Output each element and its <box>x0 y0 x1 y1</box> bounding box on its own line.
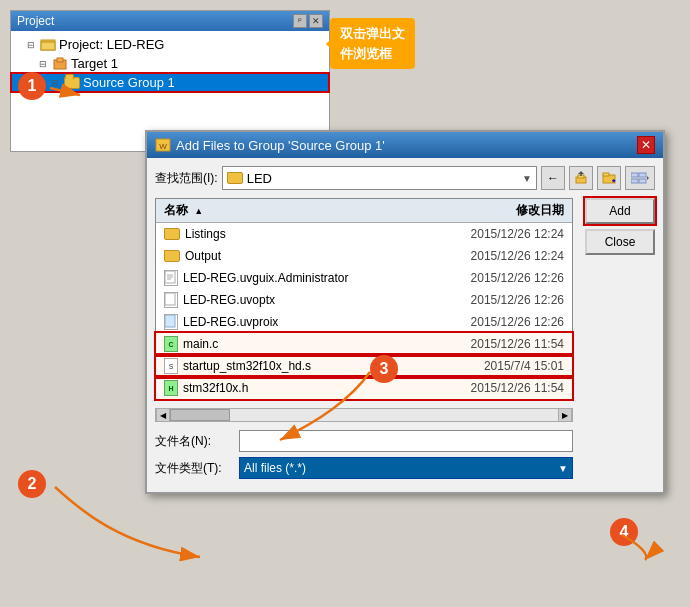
location-label: 查找范围(I): <box>155 170 218 187</box>
nav-up-btn[interactable] <box>569 166 593 190</box>
file-list-header: 名称 ▲ 修改日期 <box>156 199 572 223</box>
dialog-body: 查找范围(I): LED ▼ ← * <box>147 158 663 492</box>
file-row-startup[interactable]: S startup_stm32f10x_hd.s 2015/7/4 15:01 <box>156 355 572 377</box>
location-value: LED <box>247 171 272 186</box>
s-file-icon: S <box>164 358 178 374</box>
filetype-combo[interactable]: All files (*.*) ▼ <box>239 457 573 479</box>
project-node[interactable]: ⊟ Project: LED-REG <box>11 35 329 54</box>
location-row: 查找范围(I): LED ▼ ← * <box>155 166 655 190</box>
date-col-header[interactable]: 修改日期 <box>442 199 572 222</box>
svg-rect-14 <box>639 173 646 177</box>
panel-title-text: Project <box>17 14 54 28</box>
name-col-header[interactable]: 名称 ▲ <box>156 199 442 222</box>
filetype-label: 文件类型(T): <box>155 460 235 477</box>
expand-icon: ⊟ <box>39 59 49 69</box>
location-folder-icon <box>227 172 243 184</box>
badge-2: 2 <box>18 470 46 498</box>
filename-row: 文件名(N): <box>155 430 573 452</box>
file-icon <box>164 314 178 330</box>
nav-up-icon <box>574 171 588 185</box>
create-folder-icon: * <box>602 171 616 185</box>
panel-close-btn[interactable]: ✕ <box>309 14 323 28</box>
badge-1: 1 <box>18 72 46 100</box>
location-combo[interactable]: LED ▼ <box>222 166 537 190</box>
dialog-titlebar: W Add Files to Group 'Source Group 1' ✕ <box>147 132 663 158</box>
scroll-right-btn[interactable]: ▶ <box>558 408 572 422</box>
filename-label: 文件名(N): <box>155 433 235 450</box>
dialog-app-icon: W <box>155 137 171 153</box>
project-titlebar: Project ᵖ ✕ <box>11 11 329 31</box>
add-files-dialog: W Add Files to Group 'Source Group 1' ✕ … <box>145 130 665 494</box>
svg-rect-16 <box>639 179 646 183</box>
panel-controls: ᵖ ✕ <box>293 14 323 28</box>
file-list: 名称 ▲ 修改日期 Listings 2015/12/26 12 <box>155 198 573 400</box>
folder-icon <box>164 250 180 262</box>
scroll-track <box>170 409 558 421</box>
file-icon <box>164 292 178 308</box>
horizontal-scrollbar[interactable]: ◀ ▶ <box>155 408 573 422</box>
file-row-main-c[interactable]: C main.c 2015/12/26 11:54 <box>156 333 572 355</box>
svg-rect-23 <box>165 315 175 327</box>
source-group-name: Source Group 1 <box>83 75 175 90</box>
svg-rect-11 <box>603 173 609 176</box>
svg-marker-9 <box>578 171 584 174</box>
svg-rect-13 <box>631 173 638 177</box>
svg-text:W: W <box>159 142 167 151</box>
tooltip-line1: 双击弹出文 <box>340 26 405 41</box>
source-group-node[interactable]: ⊟ Source Group 1 <box>11 73 329 92</box>
file-icon <box>164 270 178 286</box>
file-row[interactable]: LED-REG.uvproix 2015/12/26 12:26 <box>156 311 572 333</box>
filename-input[interactable] <box>239 430 573 452</box>
folder-icon <box>164 228 180 240</box>
svg-rect-15 <box>631 179 638 183</box>
target-node[interactable]: ⊟ Target 1 <box>11 54 329 73</box>
svg-rect-22 <box>165 293 175 305</box>
view-options-btn[interactable] <box>625 166 655 190</box>
scroll-left-btn[interactable]: ◀ <box>156 408 170 422</box>
h-file-icon: H <box>164 380 178 396</box>
create-folder-btn[interactable]: * <box>597 166 621 190</box>
main-area: 名称 ▲ 修改日期 Listings 2015/12/26 12 <box>155 198 655 484</box>
tooltip-line2: 件浏览框 <box>340 46 392 61</box>
nav-back-btn[interactable]: ← <box>541 166 565 190</box>
dialog-title-text: Add Files to Group 'Source Group 1' <box>176 138 385 153</box>
dialog-close-btn[interactable]: ✕ <box>637 136 655 154</box>
badge-4: 4 <box>610 518 638 546</box>
filetype-value: All files (*.*) <box>244 461 306 475</box>
file-row[interactable]: LED-REG.uvguix.Administrator 2015/12/26 … <box>156 267 572 289</box>
svg-rect-1 <box>41 42 55 50</box>
file-area: 名称 ▲ 修改日期 Listings 2015/12/26 12 <box>155 198 573 484</box>
svg-text:*: * <box>612 177 616 185</box>
file-row-stm32[interactable]: H stm32f10x.h 2015/12/26 11:54 <box>156 377 572 399</box>
location-combo-arrow: ▼ <box>522 173 532 184</box>
file-row[interactable]: Listings 2015/12/26 12:24 <box>156 223 572 245</box>
file-row[interactable]: LED-REG.uvoptx 2015/12/26 12:26 <box>156 289 572 311</box>
filetype-combo-arrow: ▼ <box>558 463 568 474</box>
action-buttons: Add Close <box>585 198 655 484</box>
project-icon <box>40 38 56 52</box>
dialog-title-area: W Add Files to Group 'Source Group 1' <box>155 137 385 153</box>
target-icon <box>52 57 68 71</box>
scroll-thumb[interactable] <box>170 409 230 421</box>
source-group-folder-icon <box>64 77 80 89</box>
c-file-icon: C <box>164 336 178 352</box>
project-name: Project: LED-REG <box>59 37 164 52</box>
sort-arrow: ▲ <box>194 206 203 216</box>
expand-icon: ⊟ <box>27 40 37 50</box>
tooltip-balloon: 双击弹出文 件浏览框 <box>330 18 415 69</box>
file-row[interactable]: Output 2015/12/26 12:24 <box>156 245 572 267</box>
target-name: Target 1 <box>71 56 118 71</box>
expand-icon: ⊟ <box>51 78 61 88</box>
close-dialog-btn[interactable]: Close <box>585 229 655 255</box>
view-options-icon <box>631 172 649 184</box>
svg-marker-17 <box>647 176 649 180</box>
add-btn[interactable]: Add <box>585 198 655 224</box>
svg-rect-3 <box>57 58 63 62</box>
filetype-row: 文件类型(T): All files (*.*) ▼ <box>155 457 573 479</box>
panel-pin-btn[interactable]: ᵖ <box>293 14 307 28</box>
badge-3: 3 <box>370 355 398 383</box>
panel-title: Project <box>17 14 54 28</box>
